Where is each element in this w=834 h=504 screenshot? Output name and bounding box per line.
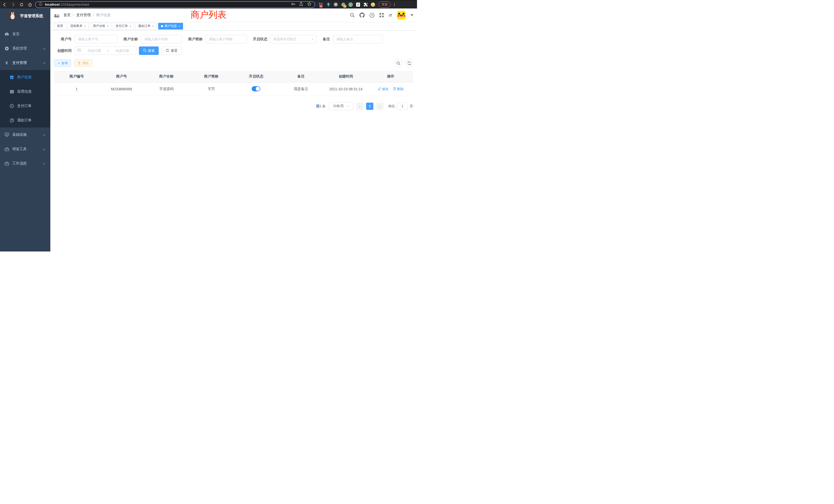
collapse-sidebar-icon[interactable] <box>54 13 59 17</box>
app-logo: 芋道管理系统 <box>0 8 50 23</box>
sidebar-item-workflow[interactable]: 工作流程 <box>0 156 50 171</box>
chevron-down-icon <box>43 46 46 50</box>
close-icon[interactable]: × <box>152 25 154 28</box>
table-row: 1 M233666999 芋道源码 芋艿 我是备注 2021-10-23 08:… <box>54 83 413 96</box>
chevron-up-icon <box>43 61 46 65</box>
table-header-row: 商户编号 商户号 商户全称 商户简称 开启状态 备注 创建时间 操作 <box>54 71 413 83</box>
status-label: 开启状态 <box>253 37 267 42</box>
sidebar-item-label: 系统管理 <box>12 46 27 51</box>
browser-menu-icon[interactable]: ⋮ <box>393 3 396 7</box>
edit-link[interactable]: 修改 <box>378 87 389 91</box>
avatar-caret-icon[interactable] <box>411 14 413 16</box>
browser-forward-icon[interactable] <box>11 3 15 7</box>
remark-input[interactable] <box>333 35 382 43</box>
sidebar-item-pay-order[interactable]: ¥ 支付订单 <box>0 99 50 113</box>
tag-process-form[interactable]: 流程表单× <box>67 23 89 29</box>
svg-text:¥: ¥ <box>11 105 12 107</box>
yen-icon: ¥ <box>4 61 9 65</box>
svg-text:⌘: ⌘ <box>334 3 337 6</box>
cell-create-time: 2021-10-23 08:31:14 <box>324 83 369 96</box>
pagination-total-highlight: 共 <box>316 104 320 108</box>
close-icon[interactable]: × <box>107 25 108 28</box>
tag-pay-order[interactable]: 支付订单× <box>113 23 134 29</box>
site-info-icon[interactable] <box>39 2 42 7</box>
tag-label: 流程表单 <box>70 24 83 28</box>
chevron-left-icon: ‹ <box>359 104 360 108</box>
export-button[interactable]: 导出 <box>74 60 92 67</box>
search-button[interactable]: 搜索 <box>139 46 159 55</box>
sidebar-item-system[interactable]: 系统管理 <box>0 41 50 56</box>
header-search-icon[interactable] <box>350 13 355 18</box>
prev-page-button[interactable]: ‹ <box>356 102 363 110</box>
font-size-icon[interactable]: tT <box>389 13 392 18</box>
browser-update-button[interactable]: 更新 <box>379 1 391 8</box>
fullscreen-icon[interactable] <box>379 13 384 18</box>
reset-button[interactable]: 重置 <box>162 46 181 55</box>
chevron-right-icon: › <box>379 104 380 108</box>
refresh-table-button[interactable] <box>405 59 413 67</box>
page-size-select[interactable]: 10条/页 ∨ <box>328 102 353 110</box>
breadcrumb-home[interactable]: 首页 <box>63 13 71 18</box>
add-button[interactable]: + 新增 <box>54 60 71 67</box>
github-icon[interactable] <box>359 13 365 18</box>
full-name-input[interactable] <box>141 35 182 43</box>
extension-proxy-icon[interactable]: 1 <box>341 2 345 7</box>
col-remark: 备注 <box>279 71 324 83</box>
short-name-input[interactable] <box>206 35 247 43</box>
extension-command-icon[interactable]: ⌘ <box>333 2 338 7</box>
documents-icon <box>10 118 14 122</box>
extension-puzzle-icon[interactable] <box>363 2 368 7</box>
end-date-placeholder: 结束日期 <box>111 48 134 53</box>
browser-back-icon[interactable] <box>3 3 7 7</box>
delete-link[interactable]: 删除 <box>393 87 404 91</box>
tag-label: 用户分组 <box>93 24 105 28</box>
pagination-total: 共1 条 <box>316 104 326 109</box>
annotation-page-title: 商户列表 <box>191 9 226 21</box>
extensions-row: 10 ⌘ 1 y <box>319 2 375 7</box>
share-icon[interactable] <box>299 2 303 7</box>
browser-reload-icon[interactable] <box>20 3 24 7</box>
close-icon[interactable]: × <box>179 25 180 28</box>
toolbox-icon <box>4 162 9 165</box>
tag-refund-order[interactable]: 退款订单× <box>135 23 157 29</box>
extension-note-icon[interactable] <box>356 2 360 7</box>
tag-label: 退款订单 <box>138 24 151 28</box>
merchant-no-input[interactable] <box>75 35 117 43</box>
extension-emoji-avatar[interactable] <box>371 2 375 7</box>
browser-home-icon[interactable] <box>28 3 32 7</box>
page-size-value: 10条/页 <box>333 104 344 108</box>
extension-gem-icon[interactable] <box>326 2 330 7</box>
sidebar-item-app-info[interactable]: 应用信息 <box>0 85 50 99</box>
full-name-label: 商户全称 <box>124 37 138 42</box>
tag-user-group[interactable]: 用户分组× <box>90 23 111 29</box>
bookmark-star-icon[interactable] <box>307 2 311 7</box>
tag-merchant-info[interactable]: 商户信息× <box>158 23 183 29</box>
sidebar-item-infrastructure[interactable]: 基础设施 <box>0 128 50 142</box>
sidebar-item-merchant-info[interactable]: 商户信息 <box>0 70 50 85</box>
chevron-down-icon: ∨ <box>311 38 314 41</box>
help-icon[interactable]: ? <box>370 13 374 18</box>
close-icon[interactable]: × <box>130 25 131 28</box>
close-icon[interactable]: × <box>84 25 86 28</box>
address-bar[interactable]: localhost:1024/pay/merchant <box>35 1 315 8</box>
sidebar-item-refund-order[interactable]: 退款订单 <box>0 113 50 128</box>
toggle-search-button[interactable] <box>394 59 402 67</box>
sidebar-item-dev-tools[interactable]: 研发工具 <box>0 142 50 156</box>
next-page-button[interactable]: › <box>376 102 383 110</box>
status-toggle[interactable] <box>251 86 260 91</box>
extension-grid-icon[interactable]: 10 <box>319 2 323 7</box>
calendar-icon <box>77 48 81 53</box>
status-select[interactable]: 请选择开启状态 ∨ <box>270 35 316 43</box>
extension-y-icon[interactable]: y <box>348 2 353 7</box>
tag-home[interactable]: 首页 <box>54 23 66 29</box>
create-time-range-picker[interactable]: 开始日期 - 结束日期 <box>75 46 136 55</box>
tag-label: 首页 <box>57 24 63 28</box>
sidebar-item-home[interactable]: 首页 <box>0 27 50 41</box>
goto-page-input[interactable] <box>397 102 408 110</box>
password-key-icon[interactable] <box>291 2 295 7</box>
sidebar-item-label: 支付管理 <box>12 61 27 65</box>
chevron-down-icon: ∨ <box>346 105 349 108</box>
user-avatar[interactable] <box>397 11 406 20</box>
sidebar-item-pay[interactable]: ¥ 支付管理 <box>0 56 50 70</box>
page-1-button[interactable]: 1 <box>366 102 373 110</box>
